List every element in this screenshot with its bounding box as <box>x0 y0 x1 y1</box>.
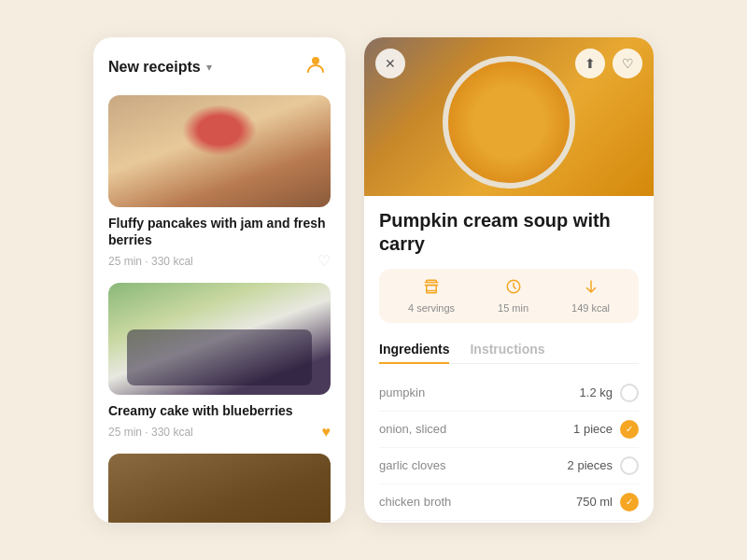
user-icon <box>304 53 327 81</box>
tab-instructions[interactable]: Instructions <box>470 336 544 364</box>
ingredient-checkbox[interactable]: ✓ <box>620 493 639 511</box>
share-icon: ⬆ <box>585 56 596 71</box>
recipe-detail: Pumpkin cream soup with carry 4 servings… <box>364 196 654 523</box>
recipe-cards-container: Fluffy pancakes with jam and fresh berri… <box>108 95 331 523</box>
recipe-card-blueberry[interactable]: Creamy cake with blueberries25 min · 330… <box>108 283 331 440</box>
svg-point-0 <box>312 57 319 64</box>
stat-value-1: 15 min <box>498 302 529 314</box>
ingredient-row[interactable]: chicken broth750 ml✓ <box>379 484 639 521</box>
recipe-image-blueberry <box>108 283 331 395</box>
ingredient-name: pumpkin <box>379 385 425 399</box>
stat-item-1: 15 min <box>498 278 529 314</box>
ingredient-row[interactable]: pumpkin1.2 kg <box>379 375 639 412</box>
like-button[interactable]: ♡ <box>613 49 642 78</box>
stat-icon-0 <box>423 278 440 299</box>
ingredients-list: pumpkin1.2 kgonion, sliced1 piece✓garlic… <box>379 375 639 524</box>
ingredient-amount: 1 piece <box>573 422 613 436</box>
left-header: New receipts ▾ <box>108 52 331 82</box>
recipe-title-pancakes: Fluffy pancakes with jam and fresh berri… <box>108 215 331 248</box>
recipe-stats: 4 servings15 min149 kcal <box>379 269 639 323</box>
ingredient-right: 2 pieces <box>568 456 639 475</box>
left-panel: New receipts ▾ Fluffy pancakes with jam … <box>93 37 345 523</box>
ingredient-amount: 1.2 kg <box>580 385 613 399</box>
hero-controls: ✕ ⬆ ♡ <box>375 49 642 78</box>
ingredient-checkbox[interactable] <box>620 456 639 475</box>
hero-right-buttons: ⬆ ♡ <box>575 49 642 78</box>
tab-ingredients[interactable]: Ingredients <box>379 336 449 364</box>
ingredient-row[interactable]: water250 ml✓ <box>379 521 639 524</box>
recipe-title: Pumpkin cream soup with carry <box>379 209 639 256</box>
ingredient-name: onion, sliced <box>379 422 446 436</box>
recipe-meta-blueberry: 25 min · 330 kcal♥ <box>108 424 331 441</box>
heart-icon-pancakes[interactable]: ♡ <box>317 252 331 270</box>
ingredient-checkbox[interactable]: ✓ <box>620 420 639 439</box>
heart-icon-blueberry[interactable]: ♥ <box>322 424 331 441</box>
header-left: New receipts ▾ <box>108 59 212 76</box>
right-panel: ✕ ⬆ ♡ Pumpkin cream soup with carry 4 se… <box>364 37 654 523</box>
stat-icon-1 <box>505 278 522 299</box>
dropdown-arrow-icon[interactable]: ▾ <box>206 61 212 74</box>
user-icon-button[interactable] <box>301 52 331 82</box>
recipe-image-pancakes <box>108 95 331 207</box>
tabs-container: Ingredients Instructions <box>379 336 639 364</box>
stat-value-0: 4 servings <box>408 302 455 314</box>
ingredient-checkbox[interactable] <box>620 384 639 402</box>
recipe-meta-pancakes: 25 min · 330 kcal♡ <box>108 252 331 270</box>
ingredient-amount: 2 pieces <box>568 458 613 472</box>
ingredient-right: 750 ml✓ <box>576 493 639 511</box>
share-button[interactable]: ⬆ <box>575 49 605 78</box>
recipe-title-blueberry: Creamy cake with blueberries <box>108 402 331 419</box>
ingredient-right: 1.2 kg <box>580 384 639 402</box>
recipe-card-pancakes[interactable]: Fluffy pancakes with jam and fresh berri… <box>108 95 331 270</box>
stat-item-0: 4 servings <box>408 278 455 314</box>
recipe-image-brownie <box>108 454 331 523</box>
stat-item-2: 149 kcal <box>571 278 610 314</box>
stat-value-2: 149 kcal <box>571 302 610 314</box>
stat-icon-2 <box>583 278 599 299</box>
close-icon: ✕ <box>385 56 396 71</box>
recipe-card-brownie[interactable]: Chocolate brownie bars40 min · 420 kcal♡ <box>108 454 331 523</box>
recipe-hero: ✕ ⬆ ♡ <box>364 37 654 196</box>
receipts-title: New receipts <box>108 59 201 76</box>
stats-container: 4 servings15 min149 kcal <box>387 278 631 314</box>
close-button[interactable]: ✕ <box>375 49 405 78</box>
heart-icon: ♡ <box>622 56 634 71</box>
app-container: New receipts ▾ Fluffy pancakes with jam … <box>93 37 654 523</box>
svg-rect-1 <box>427 286 437 291</box>
ingredient-row[interactable]: garlic cloves2 pieces <box>379 448 639 484</box>
ingredient-row[interactable]: onion, sliced1 piece✓ <box>379 412 639 448</box>
ingredient-amount: 750 ml <box>576 495 613 509</box>
ingredient-name: chicken broth <box>379 495 451 509</box>
recipe-meta-text: 25 min · 330 kcal <box>108 255 193 268</box>
ingredient-name: garlic cloves <box>379 458 446 472</box>
ingredient-right: 1 piece✓ <box>573 420 639 439</box>
recipe-meta-text: 25 min · 330 kcal <box>108 426 193 439</box>
